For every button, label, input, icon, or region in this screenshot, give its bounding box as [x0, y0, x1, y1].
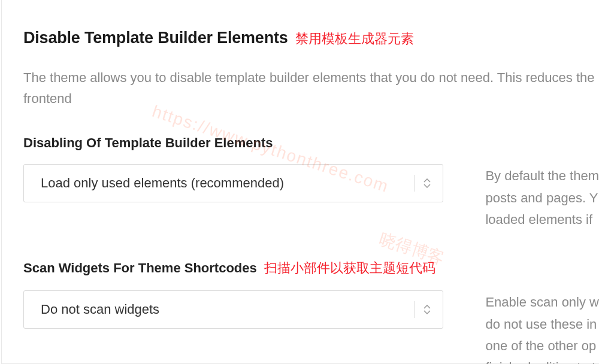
select-arrows: [415, 301, 431, 318]
select-value: Load only used elements (recommended): [41, 175, 284, 191]
field-label-row: Scan Widgets For Theme Shortcodes 扫描小部件以…: [23, 259, 599, 277]
scan-widgets-label: Scan Widgets For Theme Shortcodes: [23, 260, 257, 276]
chevron-updown-icon: [423, 178, 431, 188]
select-divider: [415, 301, 415, 318]
section-title: Disable Template Builder Elements: [23, 29, 288, 47]
chevron-updown-icon: [423, 305, 431, 314]
select-arrows: [415, 175, 431, 192]
settings-panel: Disable Template Builder Elements 禁用模板生成…: [1, 0, 599, 364]
select-divider: [415, 175, 415, 192]
disable-elements-label: Disabling Of Template Builder Elements: [23, 135, 273, 151]
scan-widgets-select[interactable]: Do not scan widgets: [23, 290, 443, 329]
scan-widgets-help: Enable scan only w do not use these in o…: [485, 290, 599, 364]
section-description: The theme allows you to disable template…: [23, 67, 599, 109]
section-header: Disable Template Builder Elements 禁用模板生成…: [23, 29, 599, 48]
disable-elements-help: By default the them posts and pages. Y l…: [485, 164, 599, 230]
field-row: Do not scan widgets Enable scan only w d…: [23, 290, 599, 364]
field-row: Load only used elements (recommended) By…: [23, 164, 599, 230]
select-value: Do not scan widgets: [41, 302, 159, 317]
field-label-row: Disabling Of Template Builder Elements: [23, 135, 599, 151]
section-title-annotation: 禁用模板生成器元素: [295, 30, 414, 48]
scan-widgets-annotation: 扫描小部件以获取主题短代码: [264, 259, 435, 277]
disable-elements-select[interactable]: Load only used elements (recommended): [23, 164, 443, 202]
